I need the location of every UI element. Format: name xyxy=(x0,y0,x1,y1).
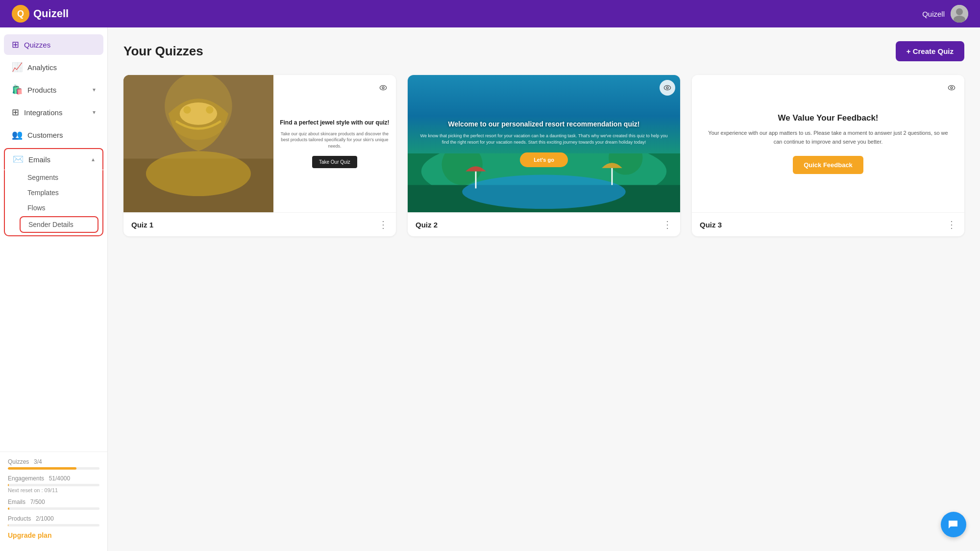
stat-reset-label: Next reset on : 09/11 xyxy=(8,487,99,493)
stat-products-label: Products xyxy=(8,515,31,522)
svg-point-7 xyxy=(146,151,251,196)
svg-point-11 xyxy=(183,106,191,114)
integrations-icon: ⊞ xyxy=(12,107,19,118)
sidebar-item-products-label: Products xyxy=(27,86,56,94)
quiz1-name: Quiz 1 xyxy=(131,221,153,229)
sidebar-item-customers-label: Customers xyxy=(27,131,63,139)
stat-engagements-value: 51/4000 xyxy=(49,475,70,482)
stat-products: Products 2/1000 xyxy=(8,515,99,526)
quiz1-layout: Find a perfect jewel style with our quiz… xyxy=(123,75,396,212)
stat-quizzes-bar xyxy=(8,467,99,470)
stat-quizzes: Quizzes 3/4 xyxy=(8,458,99,470)
chevron-down-icon-2: ▾ xyxy=(93,109,96,116)
stat-quizzes-value: 3/4 xyxy=(34,458,42,465)
sidebar-item-integrations[interactable]: ⊞ Integrations ▾ xyxy=(4,102,103,123)
quiz2-menu-button[interactable]: ⋮ xyxy=(662,219,672,230)
sidebar-sub-segments[interactable]: Segments xyxy=(20,170,98,185)
svg-text:Q: Q xyxy=(17,9,24,19)
templates-label: Templates xyxy=(27,189,59,197)
layout: ⊞ Quizzes 📈 Analytics 🛍️ Products ▾ ⊞ In… xyxy=(0,27,980,551)
quiz2-sub: We know that picking the perfect resort … xyxy=(416,133,671,145)
quiz2-title: Welcome to our personalized resort recom… xyxy=(448,120,639,128)
svg-point-3 xyxy=(956,8,963,15)
stat-engagements: Engagements 51/4000 Next reset on : 09/1… xyxy=(8,475,99,493)
quiz2-name: Quiz 2 xyxy=(416,221,438,229)
analytics-icon: 📈 xyxy=(12,62,23,73)
quiz3-footer: Quiz 3 ⋮ xyxy=(692,212,964,236)
logo-text: Quizell xyxy=(33,7,69,20)
quiz2-eye-button[interactable] xyxy=(660,80,675,96)
quiz1-menu-button[interactable]: ⋮ xyxy=(378,219,388,230)
sender-details-label: Sender Details xyxy=(28,221,74,228)
main-header: Your Quizzes + Create Quiz xyxy=(123,41,964,61)
emails-section: ✉️ Emails ▴ Segments Templates Flows Sen… xyxy=(4,148,103,236)
navbar-right: Quizell xyxy=(922,5,968,23)
sidebar-item-quizzes[interactable]: ⊞ Quizzes xyxy=(4,34,103,55)
quiz2-cta-button[interactable]: Let's go xyxy=(520,152,568,167)
sidebar-item-products[interactable]: 🛍️ Products ▾ xyxy=(4,79,103,100)
quiz1-footer: Quiz 1 ⋮ xyxy=(123,212,396,236)
quiz1-eye-button[interactable] xyxy=(375,80,391,96)
sidebar-item-analytics[interactable]: 📈 Analytics xyxy=(4,57,103,77)
svg-point-20 xyxy=(462,175,626,209)
sidebar-item-emails[interactable]: ✉️ Emails ▴ xyxy=(4,148,103,170)
quiz1-cta-button[interactable]: Take Our Quiz xyxy=(312,156,357,168)
quiz1-title: Find a perfect jewel style with our quiz… xyxy=(280,119,389,126)
grid-icon: ⊞ xyxy=(12,39,19,50)
stat-engagements-fill xyxy=(8,484,9,486)
page-title: Your Quizzes xyxy=(123,44,203,59)
quiz3-eye-button[interactable] xyxy=(944,80,959,96)
sidebar-item-integrations-label: Integrations xyxy=(24,108,62,117)
sidebar-sub-templates[interactable]: Templates xyxy=(20,185,98,200)
main-content: Your Quizzes + Create Quiz xyxy=(108,27,980,551)
chevron-down-icon: ▾ xyxy=(93,86,96,93)
quiz1-sub: Take our quiz about skincare products an… xyxy=(279,131,390,150)
svg-point-10 xyxy=(180,102,217,125)
chat-icon xyxy=(948,519,959,530)
upgrade-plan-link[interactable]: Upgrade plan xyxy=(8,531,99,539)
quiz1-text: Find a perfect jewel style with our quiz… xyxy=(273,75,396,212)
svg-point-14 xyxy=(382,87,384,89)
svg-point-21 xyxy=(664,85,670,90)
svg-point-13 xyxy=(380,85,386,90)
chat-button[interactable] xyxy=(941,512,966,537)
quiz3-title: We Value Your Feedback! xyxy=(778,113,878,123)
sidebar-sub-flows[interactable]: Flows xyxy=(20,200,98,215)
quiz-card-3: We Value Your Feedback! Your experience … xyxy=(692,75,964,236)
create-quiz-button[interactable]: + Create Quiz xyxy=(896,41,964,61)
svg-point-22 xyxy=(666,87,668,89)
quiz2-preview: Welcome to our personalized resort recom… xyxy=(408,75,680,212)
sender-details-wrapper: Sender Details 2 xyxy=(20,216,102,233)
avatar[interactable] xyxy=(951,5,968,23)
stat-engagements-bar xyxy=(8,484,99,486)
quiz-card-1: Find a perfect jewel style with our quiz… xyxy=(123,75,396,236)
stat-emails-bar xyxy=(8,507,99,510)
sidebar-item-quizzes-label: Quizzes xyxy=(24,41,50,49)
sidebar-item-emails-label: Emails xyxy=(28,155,50,164)
quiz3-cta-button[interactable]: Quick Feedback xyxy=(793,156,863,174)
stat-engagements-label: Engagements xyxy=(8,475,44,482)
stat-emails-fill xyxy=(8,507,9,510)
quiz1-preview: Find a perfect jewel style with our quiz… xyxy=(123,75,396,212)
quiz3-menu-button[interactable]: ⋮ xyxy=(947,219,956,230)
quiz3-name: Quiz 3 xyxy=(700,221,722,229)
stat-products-bar xyxy=(8,524,99,526)
stat-emails-value: 7/500 xyxy=(30,499,45,505)
jewelry-image-svg xyxy=(123,75,273,212)
flows-label: Flows xyxy=(27,204,46,212)
sidebar-item-analytics-label: Analytics xyxy=(27,63,57,72)
logo[interactable]: Q Quizell xyxy=(12,5,69,23)
quizell-logo-icon: Q xyxy=(12,5,29,23)
quiz3-preview: We Value Your Feedback! Your experience … xyxy=(692,75,964,212)
sidebar-item-customers[interactable]: 👥 Customers xyxy=(4,125,103,145)
navbar-username: Quizell xyxy=(922,10,945,18)
sidebar: ⊞ Quizzes 📈 Analytics 🛍️ Products ▾ ⊞ In… xyxy=(0,27,108,551)
quiz2-footer: Quiz 2 ⋮ xyxy=(408,212,680,236)
stat-emails-label: Emails xyxy=(8,499,25,505)
customers-icon: 👥 xyxy=(12,129,23,140)
segments-label: Segments xyxy=(27,174,58,181)
emails-submenu: Segments Templates Flows Sender Details … xyxy=(4,170,103,236)
sidebar-sub-sender-details[interactable]: Sender Details xyxy=(20,216,98,233)
stat-quizzes-fill xyxy=(8,467,76,470)
eye-icon xyxy=(379,84,387,92)
